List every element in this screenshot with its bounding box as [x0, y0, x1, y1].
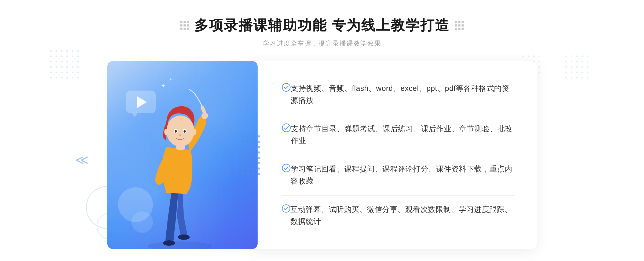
svg-point-107 [253, 173, 255, 175]
svg-point-64 [539, 55, 540, 57]
chevron-arrows-left: ≪ [75, 152, 86, 167]
svg-point-47 [571, 66, 572, 68]
svg-point-6 [50, 55, 52, 57]
svg-point-46 [565, 66, 567, 68]
svg-point-34 [72, 77, 73, 79]
svg-point-106 [247, 173, 249, 175]
subtitle: 学习进度全掌握，提升录播课教学效果 [180, 39, 464, 48]
svg-point-58 [576, 77, 578, 79]
svg-point-49 [581, 66, 583, 68]
illustration-dots-pattern [240, 134, 262, 177]
svg-point-104 [258, 167, 260, 170]
svg-point-0 [50, 50, 52, 52]
svg-point-87 [253, 146, 255, 148]
feature-item-1: 支持视频、音频、flash、word、excel、ppt、pdf等各种格式的资源… [282, 74, 515, 115]
svg-point-101 [242, 167, 244, 170]
page-container: ≪ 多项录播课辅助功能 [0, 0, 644, 261]
svg-point-57 [571, 77, 572, 79]
svg-point-32 [61, 77, 63, 79]
feature-text-2: 支持章节目录、弹题考试、课后练习、课后作业、章节测验、批改作业 [291, 123, 515, 147]
header-section: 多项录播课辅助功能 专为线上教学打造 学习进度全掌握，提升录播课教学效果 [180, 16, 464, 48]
svg-point-97 [242, 162, 244, 164]
svg-point-23 [77, 66, 79, 68]
svg-point-42 [571, 61, 572, 62]
svg-point-121 [282, 83, 290, 91]
svg-point-94 [247, 157, 249, 159]
svg-point-92 [258, 151, 260, 154]
svg-point-76 [539, 72, 540, 73]
svg-point-91 [253, 151, 255, 154]
svg-point-24 [50, 72, 52, 73]
svg-point-18 [50, 66, 52, 68]
svg-point-84 [258, 141, 260, 143]
svg-point-109 [148, 241, 212, 249]
svg-point-113 [166, 115, 194, 147]
svg-point-81 [242, 141, 244, 143]
check-icon-2 [282, 123, 291, 133]
svg-point-17 [77, 61, 79, 62]
svg-point-72 [539, 66, 540, 68]
svg-point-82 [247, 141, 249, 143]
svg-point-99 [253, 162, 255, 164]
feature-text-3: 学习笔记回看、课程提问、课程评论打分、课件资料下载，重点内容收藏 [291, 163, 515, 187]
svg-point-60 [587, 77, 588, 79]
svg-point-12 [50, 61, 52, 62]
svg-point-111 [178, 234, 190, 240]
main-title: 多项录播课辅助功能 专为线上教学打造 [194, 16, 450, 35]
svg-point-117 [184, 130, 186, 133]
svg-point-105 [242, 173, 244, 175]
svg-point-13 [56, 61, 57, 62]
svg-point-35 [77, 77, 79, 79]
svg-point-79 [253, 135, 255, 137]
svg-point-51 [565, 72, 567, 73]
svg-point-7 [56, 55, 57, 57]
svg-point-54 [581, 72, 583, 73]
svg-point-50 [587, 66, 588, 68]
svg-point-95 [253, 157, 255, 159]
svg-point-78 [247, 135, 249, 137]
svg-point-93 [242, 157, 244, 159]
svg-point-77 [242, 135, 244, 137]
svg-point-8 [61, 55, 63, 57]
svg-point-11 [77, 55, 79, 57]
svg-point-83 [253, 141, 255, 143]
svg-point-40 [587, 55, 588, 57]
svg-point-85 [242, 146, 244, 148]
svg-point-1 [56, 50, 57, 52]
svg-point-21 [66, 66, 68, 68]
check-icon-4 [282, 204, 290, 213]
svg-point-3 [66, 50, 68, 52]
sparkle-2: ✦ [169, 77, 172, 81]
svg-point-25 [56, 72, 57, 73]
svg-point-15 [66, 61, 68, 62]
svg-point-90 [247, 151, 249, 154]
svg-point-103 [253, 167, 255, 170]
svg-point-48 [576, 66, 578, 68]
svg-point-52 [571, 72, 572, 73]
svg-point-53 [576, 72, 578, 73]
svg-point-120 [192, 129, 196, 135]
svg-point-30 [50, 77, 52, 79]
check-icon-3 [282, 163, 291, 173]
bg-dots-left-top [48, 48, 80, 80]
feature-item-3: 学习笔记回看、课程提问、课程评论打分、课件资料下载，重点内容收藏 [282, 155, 515, 196]
svg-point-16 [72, 61, 73, 62]
svg-point-44 [581, 61, 583, 62]
svg-point-119 [164, 129, 169, 135]
svg-point-26 [61, 72, 63, 73]
svg-point-22 [72, 66, 73, 68]
svg-point-62 [528, 55, 529, 57]
svg-point-124 [282, 205, 290, 212]
svg-point-19 [56, 66, 57, 68]
svg-point-63 [533, 55, 535, 57]
title-row: 多项录播课辅助功能 专为线上教学打造 [180, 16, 464, 35]
svg-point-41 [565, 61, 567, 62]
svg-point-33 [66, 77, 68, 79]
character-illustration [134, 88, 225, 249]
svg-point-14 [61, 61, 63, 62]
svg-point-115 [175, 130, 177, 133]
svg-point-86 [247, 146, 249, 148]
svg-point-29 [77, 72, 79, 73]
title-dots-left [180, 21, 189, 30]
svg-point-100 [258, 162, 260, 164]
